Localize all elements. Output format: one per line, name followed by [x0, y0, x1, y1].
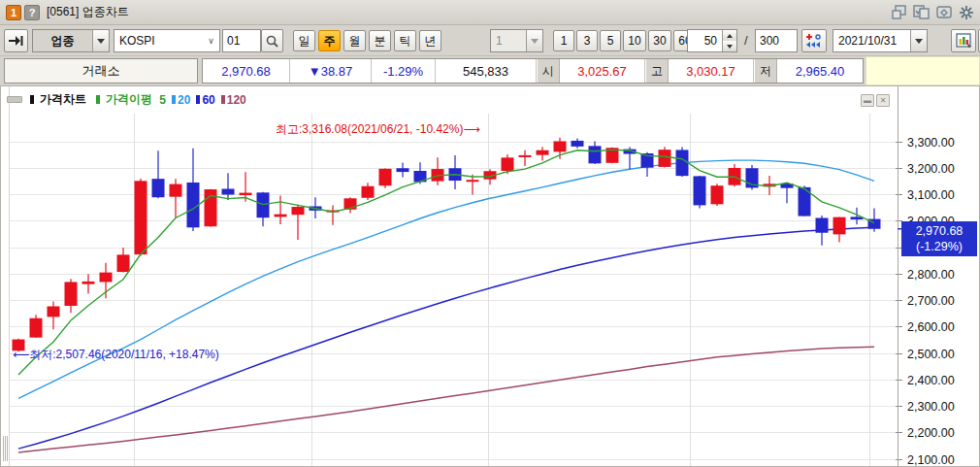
quote-strip: 2,970.68 ▼38.87 -1.29% 545,833 시 3,025.6…	[202, 58, 864, 83]
period-button-5[interactable]: 틱	[394, 30, 416, 51]
interval-button-3[interactable]: 3	[576, 30, 598, 51]
y-axis-label: 2,500.00	[907, 348, 955, 361]
y-axis-label: 2,300.00	[907, 400, 955, 414]
candle-body	[711, 185, 724, 204]
open-label: 시	[537, 59, 560, 83]
settings-gear-icon[interactable]	[958, 5, 974, 20]
splitter-grip[interactable]	[3, 436, 8, 461]
window-title: [0561] 업종차트	[47, 4, 129, 20]
current-price: 2,970.68	[203, 59, 290, 83]
candle-body	[554, 141, 567, 151]
period-button-4[interactable]: 분	[369, 30, 391, 51]
ma-period-label-60: 60	[202, 93, 214, 107]
interval-button-1[interactable]: 1	[553, 30, 574, 51]
candle-body	[152, 179, 165, 197]
y-axis-label: 3,300.00	[907, 136, 955, 150]
y-axis-label: 3,200.00	[907, 162, 955, 176]
screen-number-badge[interactable]: 1	[6, 5, 21, 20]
snapshot-icon[interactable]	[935, 5, 952, 20]
candle-body	[292, 207, 305, 215]
low-annotation: ⟵최저:2,507.46(2020/11/16, +18.47%)	[13, 347, 219, 363]
panel-close-icon[interactable]: ✕	[876, 94, 890, 107]
marker-percent-text: (-1.29%)	[916, 240, 963, 253]
candle-body	[816, 217, 829, 232]
date-value: 2021/10/31	[833, 30, 910, 51]
minute-interval-value: 1	[491, 30, 526, 51]
price-change: ▼38.87	[290, 59, 372, 83]
period-button-3[interactable]: 월	[343, 30, 366, 51]
ma-swatch-120	[221, 95, 225, 104]
candle-body	[379, 169, 392, 185]
ma-period-label-5: 5	[159, 93, 166, 107]
ma-swatch-60	[196, 95, 200, 104]
low-price: 2,965.40	[777, 59, 863, 83]
candle-body	[537, 150, 549, 155]
spinner-up-icon[interactable]	[723, 30, 736, 41]
ma-period-label-120: 120	[227, 93, 246, 107]
goto-screen-button[interactable]	[4, 29, 28, 52]
candle-body	[502, 157, 514, 171]
date-picker[interactable]: 2021/10/31	[833, 29, 928, 52]
ma-series-swatch	[96, 95, 100, 104]
candle-body	[275, 215, 287, 217]
y-axis-label: 2,800.00	[907, 268, 955, 282]
toolbar: 업종 KOSPI ∨ 01 일주월분틱년 1 135103060 50 / 30…	[0, 25, 980, 56]
sector-chart-window: 1 ? [0561] 업종차트 업종 KOSPI	[0, 0, 980, 467]
spinner-down-icon[interactable]	[723, 41, 736, 51]
marker-price-text: 2,970.68	[916, 224, 964, 238]
period-button-1[interactable]: 일	[293, 30, 315, 51]
candle-body	[397, 168, 409, 172]
legend-drag-handle[interactable]	[7, 96, 22, 103]
bars-total-input[interactable]: 300	[755, 29, 798, 52]
high-price: 3,030.17	[669, 59, 754, 83]
price-series-label: 가격차트	[40, 91, 86, 108]
chevron-down-icon	[526, 30, 542, 51]
symbol-value: KOSPI	[114, 30, 203, 51]
chart-legend: 가격차트 가격이평 52060120	[7, 91, 246, 108]
candle-body	[65, 282, 78, 306]
minute-interval-combobox: 1	[490, 29, 543, 52]
open-price: 3,025.67	[560, 59, 645, 83]
search-button[interactable]	[261, 29, 283, 52]
code-input[interactable]: 01	[222, 29, 261, 52]
interval-button-5[interactable]: 5	[600, 30, 621, 51]
low-label: 저	[754, 59, 777, 83]
quote-row: 거래소 2,970.68 ▼38.87 -1.29% 545,833 시 3,0…	[0, 56, 980, 85]
y-axis-label: 2,600.00	[907, 320, 955, 334]
scroll-to-start-button[interactable]	[801, 29, 827, 52]
market-type-select[interactable]: 업종	[32, 29, 110, 52]
chart-settings-button[interactable]	[951, 29, 976, 52]
ma-swatch-20	[172, 95, 176, 104]
candle-body	[100, 273, 113, 283]
market-type-label: 업종	[33, 30, 92, 51]
y-axis-label: 2,400.00	[907, 374, 955, 387]
chevron-down-icon[interactable]	[92, 30, 109, 51]
interval-button-30[interactable]: 30	[648, 30, 671, 51]
candle-body	[362, 186, 375, 198]
help-icon[interactable]: ?	[24, 5, 40, 20]
candle-body	[170, 184, 182, 197]
y-axis-label: 2,200.00	[907, 426, 955, 440]
y-axis-label: 2,700.00	[907, 294, 955, 308]
bars-visible-spinner[interactable]: 50	[687, 29, 737, 52]
candlestick-chart[interactable]: 3,300.003,200.003,100.003,000.002,900.00…	[1, 86, 979, 466]
chevron-down-icon[interactable]	[910, 30, 927, 51]
panel-minimize-icon[interactable]: ▬	[861, 94, 874, 107]
candle-body	[676, 150, 689, 176]
copy-check-icon[interactable]	[913, 5, 930, 20]
candle-body	[240, 193, 252, 195]
market-name-field: 거래소	[4, 58, 198, 83]
bars-visible-value: 50	[688, 30, 722, 51]
quote-row-filler	[866, 56, 980, 85]
interval-button-10[interactable]: 10	[623, 30, 646, 51]
title-bar: 1 ? [0561] 업종차트	[0, 0, 980, 25]
symbol-combobox[interactable]: KOSPI ∨	[114, 29, 220, 52]
chevron-down-icon[interactable]: ∨	[203, 30, 219, 51]
high-annotation: 최고:3,316.08(2021/06/21, -10.42%)⟶	[276, 121, 480, 138]
chart-panel: 3,300.003,200.003,100.003,000.002,900.00…	[0, 85, 980, 467]
candle-body	[82, 282, 95, 284]
y-axis-label: 3,100.00	[907, 188, 955, 202]
period-button-6[interactable]: 년	[419, 30, 441, 51]
new-window-icon[interactable]	[891, 5, 907, 20]
period-button-2[interactable]: 주	[318, 30, 341, 51]
